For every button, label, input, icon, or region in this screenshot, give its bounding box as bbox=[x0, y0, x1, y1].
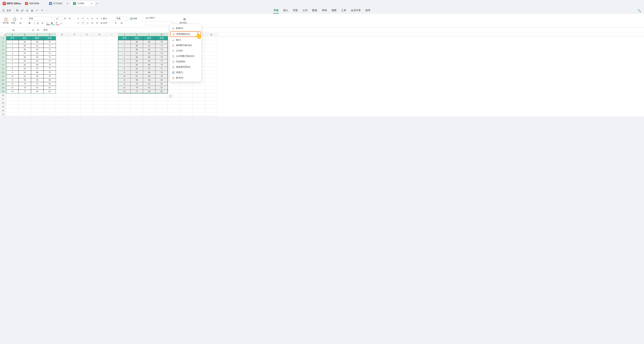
cell[interactable] bbox=[106, 55, 118, 59]
italic-button[interactable]: I bbox=[32, 21, 36, 25]
cell[interactable] bbox=[56, 93, 68, 97]
col-header[interactable]: E bbox=[56, 33, 68, 36]
cell[interactable]: 13 bbox=[6, 86, 18, 90]
cell[interactable] bbox=[130, 105, 143, 109]
cell[interactable] bbox=[93, 59, 106, 63]
cell[interactable] bbox=[44, 93, 56, 97]
cell[interactable]: 83 bbox=[130, 67, 143, 71]
cell[interactable]: 82 bbox=[31, 48, 44, 52]
cell[interactable] bbox=[31, 93, 44, 97]
col-header[interactable]: G bbox=[81, 33, 93, 36]
cell[interactable] bbox=[81, 86, 93, 90]
cell[interactable] bbox=[180, 90, 193, 93]
cell[interactable] bbox=[93, 71, 106, 74]
cell[interactable]: 80 bbox=[130, 78, 143, 82]
share-icon[interactable]: 🔗 bbox=[20, 9, 24, 13]
wrap-button[interactable]: ↩ 换行 bbox=[100, 17, 108, 20]
cell[interactable] bbox=[205, 109, 218, 113]
cell[interactable]: 75 bbox=[156, 59, 168, 63]
merge-button[interactable]: ⊞ 合并 ﹀ bbox=[100, 21, 111, 25]
cell[interactable] bbox=[106, 63, 118, 67]
cell[interactable] bbox=[168, 105, 180, 109]
row-header[interactable]: 13 bbox=[0, 82, 6, 86]
cell[interactable] bbox=[68, 78, 81, 82]
cell[interactable] bbox=[81, 93, 93, 97]
cell[interactable] bbox=[106, 97, 118, 101]
cell[interactable]: 78 bbox=[44, 71, 56, 74]
cell[interactable] bbox=[205, 52, 218, 55]
cell[interactable]: 91 bbox=[143, 82, 156, 86]
cell[interactable]: 75 bbox=[44, 59, 56, 63]
row-header[interactable]: 2 bbox=[0, 40, 6, 44]
col-header[interactable]: L bbox=[143, 33, 156, 36]
ribbon-tab-审阅[interactable]: 审阅 bbox=[322, 8, 327, 14]
cell[interactable]: 71 bbox=[44, 44, 56, 48]
row-header[interactable]: 10 bbox=[0, 71, 6, 74]
cell[interactable] bbox=[56, 67, 68, 71]
align-bottom-icon[interactable]: ≡ bbox=[86, 17, 90, 21]
cell[interactable]: 8 bbox=[6, 67, 18, 71]
cell[interactable] bbox=[68, 101, 81, 105]
tab-workbook1[interactable]: S 工作簿1 bbox=[71, 1, 94, 6]
cell[interactable] bbox=[193, 105, 205, 109]
cell[interactable]: 77 bbox=[130, 90, 143, 93]
col-header[interactable]: D bbox=[44, 33, 56, 36]
number-format-combo[interactable]: 常规﹀ bbox=[115, 17, 128, 21]
cell[interactable]: 93 bbox=[31, 90, 44, 93]
cell[interactable] bbox=[93, 63, 106, 67]
fill-color-button[interactable]: ◆﹀ bbox=[51, 21, 55, 25]
cell[interactable]: 87 bbox=[18, 52, 31, 55]
cell[interactable] bbox=[18, 97, 31, 101]
clear-format-icon[interactable]: ◇﹀ bbox=[60, 21, 64, 25]
cell[interactable]: 86 bbox=[130, 55, 143, 59]
row-header[interactable]: 21 bbox=[0, 113, 6, 116]
cell[interactable]: 84 bbox=[18, 63, 31, 67]
cell[interactable]: 5 bbox=[118, 55, 130, 59]
cell[interactable]: 76 bbox=[44, 63, 56, 67]
cell[interactable]: 11 bbox=[6, 78, 18, 82]
cell[interactable] bbox=[93, 97, 106, 101]
cell[interactable] bbox=[56, 63, 68, 67]
cell[interactable] bbox=[106, 40, 118, 44]
row-header[interactable]: 16 bbox=[0, 93, 6, 97]
cell[interactable] bbox=[106, 48, 118, 52]
cell[interactable] bbox=[81, 71, 93, 74]
decrease-font-icon[interactable]: A⁻ bbox=[68, 17, 72, 21]
cell[interactable] bbox=[156, 109, 168, 113]
cell[interactable] bbox=[93, 55, 106, 59]
cut-icon[interactable]: ✂ bbox=[20, 17, 24, 20]
tab-templates[interactable]: ⬇ 找稻壳模板 bbox=[23, 1, 46, 6]
cell[interactable] bbox=[68, 52, 81, 55]
cell[interactable]: 11 bbox=[118, 78, 130, 82]
cell[interactable]: 8 bbox=[118, 67, 130, 71]
cell[interactable] bbox=[18, 105, 31, 109]
cell[interactable] bbox=[68, 86, 81, 90]
cell[interactable]: 71 bbox=[156, 44, 168, 48]
cell[interactable]: 82 bbox=[156, 86, 168, 90]
cell[interactable] bbox=[81, 82, 93, 86]
cell[interactable] bbox=[205, 93, 218, 97]
cell[interactable]: 88 bbox=[130, 48, 143, 52]
cell[interactable] bbox=[56, 59, 68, 63]
cell[interactable] bbox=[205, 36, 218, 40]
format-painter-button[interactable]: 📋格式刷 bbox=[2, 17, 10, 25]
cell[interactable] bbox=[68, 40, 81, 44]
cell[interactable]: 85 bbox=[143, 59, 156, 63]
tab-more-icon[interactable]: ﹀ bbox=[100, 3, 102, 5]
cell[interactable]: 6 bbox=[6, 59, 18, 63]
cell[interactable] bbox=[180, 82, 193, 86]
cell[interactable] bbox=[106, 71, 118, 74]
cell[interactable] bbox=[6, 97, 18, 101]
row-header[interactable]: 9 bbox=[0, 67, 6, 71]
cell[interactable]: 79 bbox=[44, 74, 56, 78]
cond-format-button[interactable]: ⊞条件格式 ﹀ bbox=[178, 17, 191, 25]
cell[interactable] bbox=[56, 44, 68, 48]
cell[interactable] bbox=[106, 52, 118, 55]
row-header[interactable]: 5 bbox=[0, 52, 6, 55]
cell[interactable]: 92 bbox=[31, 86, 44, 90]
close-icon[interactable] bbox=[91, 3, 92, 4]
cell[interactable]: 10 bbox=[6, 74, 18, 78]
cell[interactable] bbox=[18, 113, 31, 116]
cell[interactable]: 78 bbox=[156, 71, 168, 74]
cell[interactable] bbox=[93, 52, 106, 55]
